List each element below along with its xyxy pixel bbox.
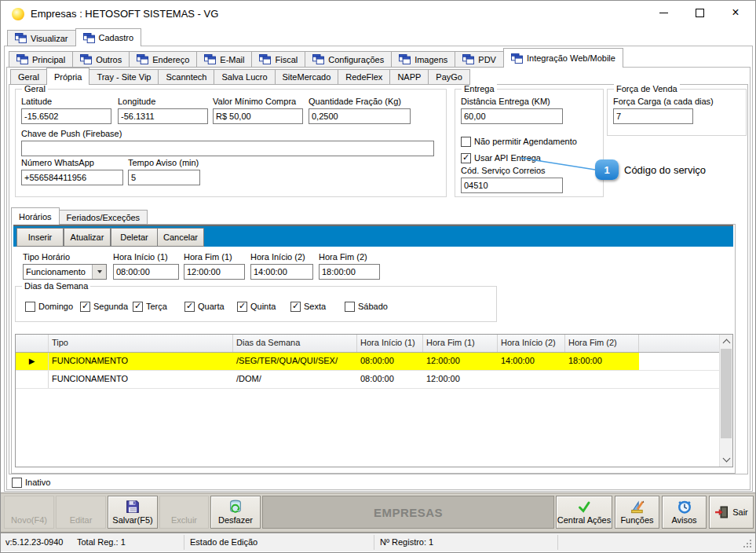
checkbox-quinta[interactable]: ✓ Quinta: [237, 301, 276, 312]
checkbox-box: [345, 302, 355, 312]
callout-badge: 1: [595, 159, 619, 180]
maximize-button[interactable]: [681, 1, 718, 24]
checkbox-domingo[interactable]: Domingo: [25, 301, 73, 312]
entity-title: EMPRESAS: [374, 506, 443, 519]
tab-tray-site-vip[interactable]: Tray - Site Vip: [89, 69, 159, 85]
total-registros-text: Total Reg.: 1: [77, 533, 126, 551]
tab-sitemercado[interactable]: SiteMercado: [275, 69, 339, 85]
tab-principal[interactable]: Principal: [9, 51, 73, 68]
form-icon: [204, 54, 216, 64]
tipo-horario-select[interactable]: [23, 264, 107, 280]
latitude-input[interactable]: [21, 108, 111, 124]
close-button[interactable]: ×: [718, 1, 754, 24]
title-bar: Empresas : HETOSOFT SISTEMAS - VG ×: [1, 1, 755, 28]
tab-napp[interactable]: NAPP: [389, 69, 429, 85]
resize-grip[interactable]: [750, 546, 751, 548]
latitude-field: Latitude: [21, 97, 111, 124]
col-dias[interactable]: Dias da Semana: [233, 335, 357, 352]
tab-horarios[interactable]: Horários: [11, 207, 60, 225]
check-icon: ✓: [82, 302, 89, 310]
check-icon: ✓: [239, 302, 246, 310]
tab-pdv[interactable]: PDV: [455, 51, 504, 68]
chave-push-input[interactable]: [21, 141, 434, 156]
forca-carga-input[interactable]: [613, 108, 693, 124]
sair-button[interactable]: Sair: [709, 496, 754, 529]
tab-configuracoes[interactable]: Configurações: [305, 51, 392, 68]
checkbox-terca[interactable]: ✓ Terça: [133, 301, 167, 312]
tab-cadastro[interactable]: Cadastro: [75, 28, 142, 46]
quantidade-fracao-input[interactable]: [309, 108, 411, 124]
funcoes-button[interactable]: Funções: [615, 496, 659, 529]
col-hora-fim1[interactable]: Hora Fim (1): [423, 335, 498, 352]
tab-salva-lucro[interactable]: Salva Lucro: [214, 69, 275, 85]
check-icon: ✓: [134, 302, 141, 310]
checkbox-label: Quinta: [250, 302, 276, 311]
whatsapp-input[interactable]: [21, 170, 123, 185]
status-bar: v:5.12.23-0940 Total Reg.: 1 Estado de E…: [1, 533, 755, 551]
tempo-aviso-input[interactable]: [128, 170, 200, 185]
tipo-horario-value[interactable]: [24, 265, 92, 279]
valor-minimo-input[interactable]: [213, 108, 303, 124]
inativo-checkbox[interactable]: Inativo: [12, 477, 50, 488]
checkbox-sabado[interactable]: Sábado: [345, 301, 388, 312]
cod-servico-input[interactable]: [461, 178, 563, 193]
checkbox-segunda[interactable]: ✓ Segunda: [80, 301, 128, 312]
minimize-button[interactable]: [645, 1, 681, 24]
desfazer-button[interactable]: Desfazer: [210, 496, 261, 529]
tab-redeflex[interactable]: RedeFlex: [338, 69, 390, 85]
checkbox-quarta[interactable]: ✓ Quarta: [184, 301, 225, 312]
scroll-up-button[interactable]: [720, 335, 732, 348]
checkbox-sexta[interactable]: ✓ Sexta: [290, 301, 326, 312]
scrollbar-thumb[interactable]: [721, 349, 732, 438]
vertical-scrollbar[interactable]: [719, 335, 732, 467]
scroll-down-button[interactable]: [720, 453, 732, 467]
tab-endereco[interactable]: Endereço: [129, 51, 197, 68]
tab-scanntech[interactable]: Scanntech: [158, 69, 214, 85]
table-row[interactable]: ▶ FUNCIONAMENTO /SEG/TER/QUA/QUI/SEX/ 08…: [16, 353, 719, 371]
forca-carga-label: Força Carga (a cada dias): [613, 97, 693, 106]
table-row[interactable]: FUNCIONAMENTO /DOM/ 08:00:00 12:00:00: [16, 371, 719, 389]
tab-imagens[interactable]: Imagens: [391, 51, 455, 68]
callout-text: Código do serviço: [624, 164, 706, 176]
registro-text: Nº Registro: 1: [380, 533, 433, 551]
form-icon: [399, 54, 411, 64]
deletar-button[interactable]: Deletar: [111, 228, 158, 247]
col-hora-fim2[interactable]: Hora Fim (2): [565, 335, 639, 352]
hora-inicio1-input[interactable]: [113, 264, 179, 280]
salvar-button[interactable]: Salvar(F5): [108, 496, 158, 529]
tab-propria[interactable]: Própria: [46, 68, 89, 85]
checkbox-box: ✓: [133, 302, 143, 312]
col-tipo[interactable]: Tipo: [49, 335, 233, 352]
hora-inicio2-input[interactable]: [250, 264, 313, 280]
tab-geral[interactable]: Geral: [10, 69, 47, 85]
nao-permitir-checkbox[interactable]: Não permitir Agendamento: [461, 136, 577, 147]
tab-outros[interactable]: Outros: [72, 51, 130, 68]
chevron-up-icon: [722, 339, 730, 347]
distancia-input[interactable]: [461, 108, 563, 124]
avisos-button[interactable]: Avisos: [662, 496, 707, 529]
dropdown-button[interactable]: [92, 265, 106, 279]
longitude-input[interactable]: [118, 108, 208, 124]
latitude-label: Latitude: [21, 97, 111, 106]
whatsapp-field: Número WhatsApp: [21, 158, 123, 185]
group-legend: Dias da Semana: [22, 281, 90, 291]
tab-paygo[interactable]: PayGo: [428, 69, 470, 85]
hora-inicio1-label: Hora Início (1): [113, 252, 179, 262]
tab-fiscal[interactable]: Fiscal: [251, 51, 305, 68]
exit-door-icon: [714, 505, 729, 519]
col-hora-inicio1[interactable]: Hora Início (1): [357, 335, 423, 352]
tab-visualizar[interactable]: Visualizar: [7, 30, 76, 46]
checkbox-box: [25, 302, 35, 312]
hora-fim2-input[interactable]: [319, 264, 380, 280]
check-icon: ✓: [186, 302, 193, 310]
quantidade-fracao-field: Quantidade Fração (Kg): [309, 97, 411, 124]
tab-email[interactable]: E-Mail: [196, 51, 252, 68]
atualizar-button[interactable]: Atualizar: [64, 228, 111, 247]
cancelar-button[interactable]: Cancelar: [157, 228, 204, 247]
tab-integracao-web-mobile[interactable]: Integração Web/Mobile: [503, 48, 623, 68]
inserir-button[interactable]: Inserir: [16, 228, 64, 247]
tab-feriados-excecoes[interactable]: Feriados/Exceções: [59, 210, 148, 225]
central-acoes-button[interactable]: Central Ações: [556, 496, 612, 529]
col-hora-inicio2[interactable]: Hora Início (2): [498, 335, 565, 352]
hora-fim1-input[interactable]: [184, 264, 245, 280]
